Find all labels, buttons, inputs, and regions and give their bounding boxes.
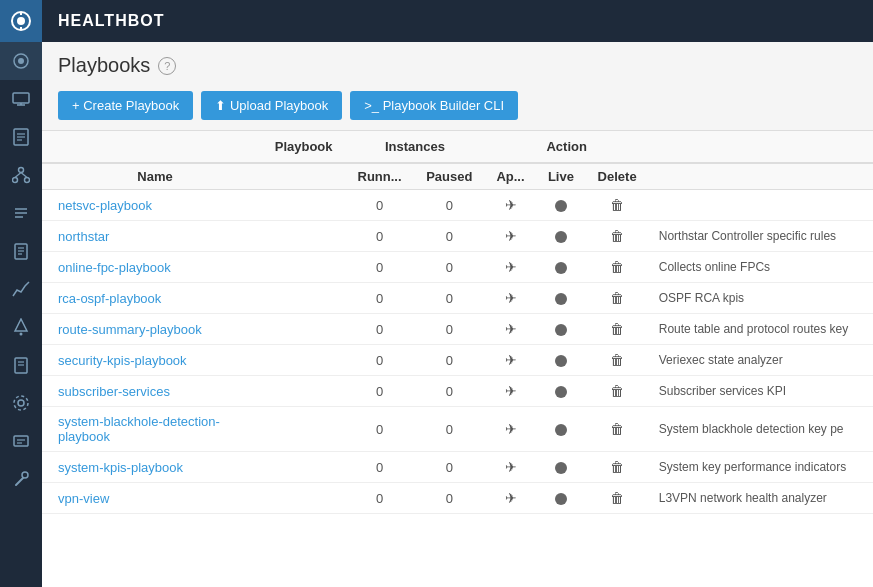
sidebar-item-analytics[interactable] — [0, 270, 42, 308]
apply-icon[interactable]: ✈ — [505, 228, 517, 244]
cell-description: System blackhole detection key pe — [649, 407, 873, 452]
cell-name: netsvc-playbook — [42, 190, 262, 221]
apply-icon[interactable]: ✈ — [505, 259, 517, 275]
apply-icon[interactable]: ✈ — [505, 459, 517, 475]
apply-icon[interactable]: ✈ — [505, 352, 517, 368]
cell-paused: 0 — [414, 221, 485, 252]
svg-line-16 — [15, 173, 21, 178]
table-row: online-fpc-playbook00✈🗑Collects online F… — [42, 252, 873, 283]
cell-description: System key performance indicators — [649, 452, 873, 483]
playbook-link[interactable]: rca-ospf-playbook — [58, 291, 161, 306]
cell-paused: 0 — [414, 407, 485, 452]
apply-icon[interactable]: ✈ — [505, 421, 517, 437]
delete-icon[interactable]: 🗑 — [610, 421, 624, 437]
cli-button[interactable]: >_ Playbook Builder CLI — [350, 91, 518, 120]
delete-icon[interactable]: 🗑 — [610, 459, 624, 475]
playbook-link[interactable]: online-fpc-playbook — [58, 260, 171, 275]
sidebar-item-dashboard[interactable] — [0, 42, 42, 80]
sidebar-item-settings[interactable] — [0, 384, 42, 422]
cell-description: Collects online FPCs — [649, 252, 873, 283]
cell-paused: 0 — [414, 345, 485, 376]
apply-icon[interactable]: ✈ — [505, 383, 517, 399]
col-group-playbook: Playbook — [262, 131, 345, 163]
apply-icon[interactable]: ✈ — [505, 321, 517, 337]
delete-icon[interactable]: 🗑 — [610, 259, 624, 275]
help-icon[interactable]: ? — [158, 57, 176, 75]
delete-icon[interactable]: 🗑 — [610, 352, 624, 368]
cell-apply: ✈ — [485, 252, 537, 283]
delete-icon[interactable]: 🗑 — [610, 197, 624, 213]
cell-live — [536, 376, 585, 407]
live-indicator — [555, 424, 567, 436]
sidebar-item-logs[interactable] — [0, 422, 42, 460]
cell-running: 0 — [345, 190, 414, 221]
playbook-link[interactable]: vpn-view — [58, 491, 109, 506]
playbook-link[interactable]: system-blackhole-detection-playbook — [58, 414, 220, 444]
cell-apply: ✈ — [485, 345, 537, 376]
svg-rect-6 — [13, 93, 29, 103]
cell-description: Veriexec state analyzer — [649, 345, 873, 376]
sidebar-item-devices[interactable] — [0, 80, 42, 118]
cell-blank — [262, 407, 345, 452]
apply-icon[interactable]: ✈ — [505, 490, 517, 506]
cell-delete: 🗑 — [586, 407, 649, 452]
cell-blank — [262, 483, 345, 514]
cell-apply: ✈ — [485, 190, 537, 221]
cell-delete: 🗑 — [586, 314, 649, 345]
table-row: system-blackhole-detection-playbook00✈🗑S… — [42, 407, 873, 452]
delete-icon[interactable]: 🗑 — [610, 290, 624, 306]
playbook-link[interactable]: system-kpis-playbook — [58, 460, 183, 475]
cell-live — [536, 452, 585, 483]
col-group-action: Action — [485, 131, 649, 163]
apply-icon[interactable]: ✈ — [505, 290, 517, 306]
delete-icon[interactable]: 🗑 — [610, 228, 624, 244]
delete-icon[interactable]: 🗑 — [610, 383, 624, 399]
cell-apply: ✈ — [485, 314, 537, 345]
col-header-running: Runn... — [345, 163, 414, 190]
cell-description: Northstar Controller specific rules — [649, 221, 873, 252]
page-title: Playbooks — [58, 54, 150, 77]
sidebar-item-reports[interactable] — [0, 346, 42, 384]
toolbar: + Create Playbook ⬆ Upload Playbook >_ P… — [42, 85, 873, 130]
delete-icon[interactable]: 🗑 — [610, 490, 624, 506]
sidebar — [0, 0, 42, 587]
svg-line-34 — [16, 478, 23, 485]
sidebar-item-monitor[interactable] — [0, 118, 42, 156]
delete-icon[interactable]: 🗑 — [610, 321, 624, 337]
cell-apply: ✈ — [485, 283, 537, 314]
apply-icon[interactable]: ✈ — [505, 197, 517, 213]
playbook-link[interactable]: northstar — [58, 229, 109, 244]
col-header-desc — [649, 163, 873, 190]
sidebar-item-playbooks[interactable] — [0, 232, 42, 270]
cell-delete: 🗑 — [586, 252, 649, 283]
cell-running: 0 — [345, 376, 414, 407]
table-row: subscriber-services00✈🗑Subscriber servic… — [42, 376, 873, 407]
main-wrapper: HEALTHBOT Playbooks ? + Create Playbook … — [42, 0, 873, 587]
playbook-link[interactable]: route-summary-playbook — [58, 322, 202, 337]
sidebar-item-topology[interactable] — [0, 156, 42, 194]
upload-playbook-button[interactable]: ⬆ Upload Playbook — [201, 91, 342, 120]
cell-paused: 0 — [414, 452, 485, 483]
table-row: northstar00✈🗑Northstar Controller specif… — [42, 221, 873, 252]
col-header-paused: Paused — [414, 163, 485, 190]
sidebar-item-tools[interactable] — [0, 460, 42, 498]
cell-running: 0 — [345, 221, 414, 252]
app-title: HEALTHBOT — [58, 12, 164, 30]
sidebar-item-rules[interactable] — [0, 194, 42, 232]
col-header-live: Live — [536, 163, 585, 190]
playbook-link[interactable]: netsvc-playbook — [58, 198, 152, 213]
cell-delete: 🗑 — [586, 190, 649, 221]
svg-point-1 — [17, 17, 25, 25]
playbook-link[interactable]: subscriber-services — [58, 384, 170, 399]
svg-point-15 — [25, 178, 30, 183]
table-subheader-row: Name Runn... Paused Ap... Live Delete — [42, 163, 873, 190]
table-row: route-summary-playbook00✈🗑Route table an… — [42, 314, 873, 345]
svg-line-17 — [21, 173, 27, 178]
create-playbook-button[interactable]: + Create Playbook — [58, 91, 193, 120]
playbook-link[interactable]: security-kpis-playbook — [58, 353, 187, 368]
table-group-header-row: Playbook Instances Action — [42, 131, 873, 163]
cell-name: system-kpis-playbook — [42, 452, 262, 483]
cell-apply: ✈ — [485, 221, 537, 252]
cell-running: 0 — [345, 252, 414, 283]
sidebar-item-alerts[interactable] — [0, 308, 42, 346]
